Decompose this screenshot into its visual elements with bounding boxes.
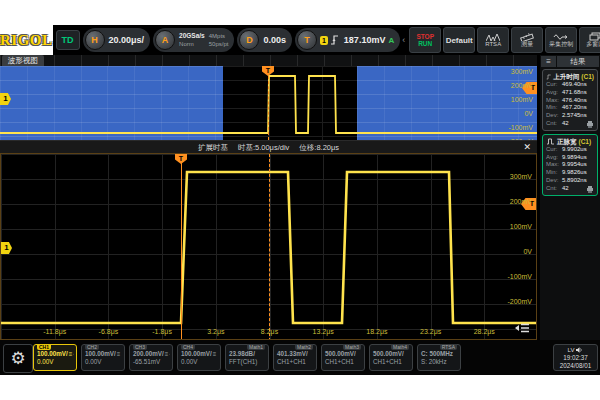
toolbar-chevron-left-icon[interactable]: ‹	[402, 35, 405, 45]
acquire-control-button[interactable]: 采集控制	[545, 27, 577, 53]
math2-tab: Math2	[295, 344, 313, 350]
time-tick-label: -1.8μs	[152, 328, 172, 335]
zoom-info-bar: 扩展时基 时基:5.00μs/div 位移:8.20μs ✕	[0, 140, 537, 154]
math2-box[interactable]: Math2 401.33mV/ CH1+CH1	[273, 344, 317, 371]
math1-box[interactable]: Math1 23.98dB/ FFT(CH1)	[225, 344, 269, 371]
time-tick-label: -6.8μs	[99, 328, 119, 335]
horizontal-settings-pill[interactable]: H 20.00μs/	[83, 28, 151, 52]
math1-tab: Math1	[247, 344, 265, 350]
positive-pulse-icon	[546, 137, 555, 145]
trigger-settings-pill[interactable]: T 1 187.10mV A	[295, 28, 400, 52]
system-date: 2024/08/01	[554, 362, 597, 370]
math3-tab: Math3	[343, 344, 361, 350]
settings-gear-icon[interactable]: ⚙	[3, 344, 33, 373]
math4-tab: Math4	[391, 344, 409, 350]
channel-box-ch3[interactable]: CH3 200.00mV/≡ -65.51mV	[129, 344, 173, 371]
acq-mode: Norm	[179, 40, 205, 48]
coupling-icon: ≡	[165, 350, 169, 358]
trigger-knob[interactable]: T	[297, 30, 317, 50]
trigger-time-line[interactable]	[181, 154, 182, 340]
measurement-row: Cur:469.40ns	[546, 81, 594, 89]
multi-window-button[interactable]: 多窗口	[579, 27, 600, 53]
voltage-tick-label: 100mV	[511, 96, 533, 103]
default-button[interactable]: Default	[443, 27, 475, 53]
timebase-value: 20.00μs/	[109, 35, 145, 45]
acquire-control-label: 采集控制	[549, 41, 573, 48]
acquire-knob[interactable]: A	[155, 30, 175, 50]
measurement-row: Dev:5.8902ns	[546, 177, 594, 185]
delay-knob[interactable]: D	[239, 30, 259, 50]
lock-icon	[169, 351, 170, 357]
printer-icon[interactable]	[586, 186, 594, 193]
measurement-row: Avg:9.9894us	[546, 154, 594, 162]
run-label: RUN	[418, 40, 432, 47]
measurement-title: 正脉宽	[557, 137, 577, 146]
delay-settings-pill[interactable]: D 0.00s	[237, 28, 292, 52]
measurement-channel: (C1)	[579, 137, 592, 146]
delay-value: 0.00s	[263, 35, 286, 45]
spectrum-icon	[486, 33, 500, 41]
ch1-tab: CH1	[37, 344, 51, 350]
voltage-tick-label: -100mV	[508, 124, 533, 131]
measurement-panel-pulsewidth[interactable]: 正脉宽(C1) Cur:9.9902us Avg:9.9894us Max:9.…	[542, 134, 598, 196]
acquisition-settings-pill[interactable]: A 20GSa/s Norm 4Mpts 50ps/pt	[153, 28, 234, 52]
time-tick-label: -11.8μs	[43, 328, 66, 335]
clock-box: LV 19:02:37 2024/08/01	[553, 344, 598, 371]
time-tick-label: 8.2μs	[261, 328, 278, 335]
waveform-arrow-icon	[553, 33, 569, 41]
coupling-icon: ≡	[69, 350, 73, 358]
default-label: Default	[446, 36, 473, 45]
horizontal-knob[interactable]: H	[85, 30, 105, 50]
zoom-window: T T 1 300mV200mV100mV0V-100mV-200mV -11.…	[0, 153, 537, 340]
printer-icon[interactable]	[586, 121, 594, 128]
voltage-tick-label: 100mV	[510, 223, 532, 230]
coupling-icon: ≡	[213, 350, 217, 358]
window-menu-icon[interactable]	[514, 322, 530, 334]
trigger-source-chip: 1	[320, 36, 328, 45]
results-sidebar: ≡ 结果 上升时间(C1) Cur:469.40ns Avg:471.68ns …	[540, 55, 600, 340]
system-time: 19:02:37	[554, 354, 597, 362]
time-tick-label: 3.2μs	[207, 328, 224, 335]
voltage-tick-label: 0V	[523, 248, 532, 255]
rise-time-icon	[546, 73, 551, 81]
rtsa-box[interactable]: RTSA C: 500MHz S: 20kHz	[417, 344, 461, 371]
zoom-timebase: 时基:5.00μs/div	[238, 143, 289, 153]
rtsa-button[interactable]: RTSA	[477, 27, 509, 53]
top-toolbar: RIGOL TD H 20.00μs/ A 20GSa/s Norm 4Mpts…	[0, 25, 600, 55]
channel-box-ch2[interactable]: CH2 100.00mV/≡ 0.00V	[81, 344, 125, 371]
results-header: 结果	[557, 56, 599, 67]
voltage-tick-label: 300mV	[511, 68, 533, 75]
rigol-logo: RIGOL	[0, 25, 53, 55]
math4-box[interactable]: Math4 500.00mV/ CH1+CH1	[369, 344, 413, 371]
voltage-tick-label: -200mV	[507, 298, 532, 305]
voltage-tick-label: 0V	[524, 110, 533, 117]
sample-rate: 20GSa/s	[179, 32, 205, 40]
measurement-row: Max:9.9954us	[546, 161, 594, 169]
channel-box-ch1[interactable]: CH1 100.00mV/≡ 0.00V	[33, 344, 77, 371]
measurement-panel-risetime[interactable]: 上升时间(C1) Cur:469.40ns Avg:471.68ns Max:4…	[542, 69, 598, 131]
measure-label: 测量	[521, 41, 533, 48]
measurement-row: Dev:2.5745ns	[546, 112, 594, 120]
trigger-status-badge: TD	[56, 30, 80, 50]
bottom-channel-bar: ⚙ CH1 100.00mV/≡ 0.00V CH2 100.00mV/≡ 0.…	[0, 340, 600, 375]
close-icon[interactable]: ✕	[523, 142, 531, 152]
memory-depth: 4Mpts	[209, 32, 229, 40]
rtsa-tab: RTSA	[440, 344, 457, 350]
view-tab-row: 波形视图	[0, 55, 537, 66]
oscilloscope-screen: RIGOL TD H 20.00μs/ A 20GSa/s Norm 4Mpts…	[0, 25, 600, 375]
voltage-tick-label: 300mV	[510, 173, 532, 180]
menu-icon[interactable]: ≡	[541, 56, 556, 67]
measurement-row: Min:9.9826us	[546, 169, 594, 177]
ch4-tab: CH4	[181, 344, 195, 350]
multi-window-label: 多窗口	[586, 41, 600, 48]
trigger-position-line[interactable]	[268, 66, 269, 140]
math3-box[interactable]: Math3 500.00mV/ CH1+CH1	[321, 344, 365, 371]
zoom-center-line[interactable]	[269, 154, 270, 340]
measure-button[interactable]: 测量	[511, 27, 543, 53]
trigger-level-value: 187.10mV	[344, 35, 386, 45]
tab-waveform-view[interactable]: 波形视图	[2, 55, 44, 66]
ruler-icon	[520, 32, 534, 41]
stop-run-button[interactable]: STOP RUN	[409, 27, 441, 53]
time-tick-label: 28.2μs	[474, 328, 495, 335]
channel-box-ch4[interactable]: CH4 100.00mV/≡ 0.00V	[177, 344, 221, 371]
